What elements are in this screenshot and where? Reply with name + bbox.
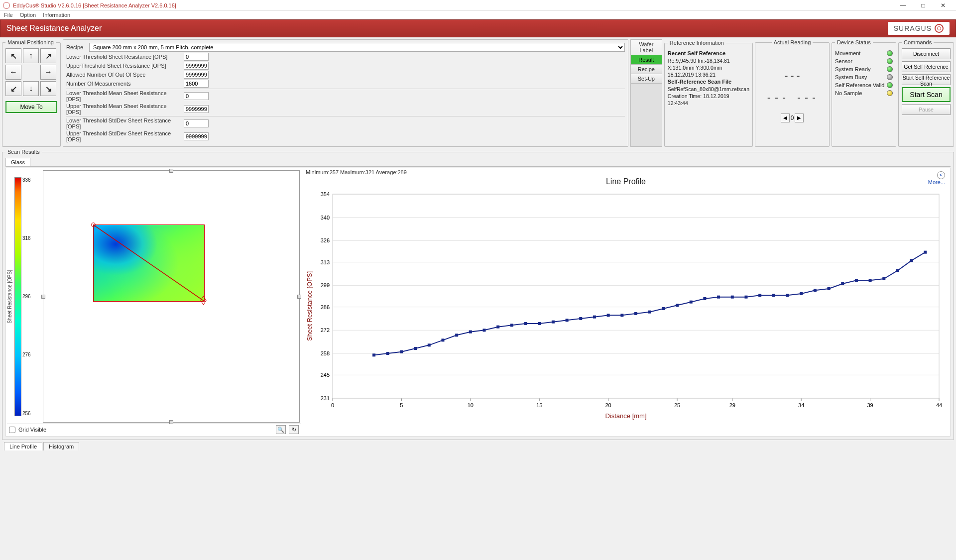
stats-line: Minimum:257 Maximum:321 Average:289 bbox=[306, 169, 949, 175]
chart-title: Line Profile bbox=[303, 177, 949, 186]
svg-text:313: 313 bbox=[321, 259, 330, 265]
recipe-row-value[interactable] bbox=[184, 53, 209, 61]
step-next-button[interactable]: ▶ bbox=[795, 113, 804, 122]
move-nw-button[interactable]: ↖ bbox=[5, 48, 21, 63]
recipe-row-value[interactable] bbox=[184, 71, 209, 79]
status-led-icon bbox=[887, 50, 893, 56]
refresh-icon[interactable]: ↻ bbox=[289, 425, 299, 434]
move-e-button[interactable]: → bbox=[40, 65, 56, 80]
profile-line[interactable] bbox=[94, 225, 204, 301]
menu-file[interactable]: File bbox=[4, 12, 13, 18]
status-led-icon bbox=[887, 58, 893, 64]
start-scan-button[interactable]: Start Scan bbox=[902, 87, 951, 102]
recipe-row-value[interactable] bbox=[184, 62, 209, 70]
menu-option[interactable]: Option bbox=[20, 12, 36, 18]
minimize-button[interactable]: — bbox=[893, 0, 913, 10]
recipe-row-value[interactable] bbox=[184, 105, 209, 113]
grid-visible-checkbox[interactable] bbox=[9, 427, 15, 433]
start-self-reference-scan-button[interactable]: Start Self Reference Scan bbox=[902, 74, 951, 85]
svg-rect-52 bbox=[510, 324, 513, 327]
profile-start-marker-icon[interactable] bbox=[91, 223, 96, 227]
ref-l3: 18.12.2019 13:36:21 bbox=[668, 72, 716, 78]
actual-legend: Actual Reading bbox=[772, 39, 813, 45]
svg-rect-68 bbox=[731, 296, 734, 299]
svg-rect-63 bbox=[662, 307, 665, 310]
move-w-button[interactable]: ← bbox=[5, 65, 21, 80]
menu-information[interactable]: Information bbox=[43, 12, 70, 18]
move-sw-button[interactable]: ↙ bbox=[5, 81, 21, 96]
step-prev-button[interactable]: ◀ bbox=[781, 113, 790, 122]
line-profile-chart[interactable]: 2312452582722862993133263403540510152025… bbox=[303, 189, 949, 423]
svg-rect-81 bbox=[910, 259, 913, 262]
recipe-row-value[interactable] bbox=[184, 92, 209, 100]
close-button[interactable]: ✕ bbox=[933, 0, 953, 10]
tab-glass[interactable]: Glass bbox=[5, 158, 30, 166]
svg-text:34: 34 bbox=[798, 402, 804, 408]
svg-rect-75 bbox=[828, 287, 831, 290]
wafer-tab-result[interactable]: Result bbox=[631, 55, 662, 65]
device-status-label: System Ready bbox=[835, 66, 871, 72]
svg-text:10: 10 bbox=[468, 402, 474, 408]
colorbar-tick: 316 bbox=[22, 235, 31, 241]
commands-group: Commands Disconnect Get Self Reference S… bbox=[898, 39, 954, 147]
svg-rect-72 bbox=[786, 294, 789, 297]
maximize-button[interactable]: □ bbox=[913, 0, 933, 10]
svg-rect-65 bbox=[690, 301, 693, 304]
get-self-reference-button[interactable]: Get Self Reference bbox=[902, 61, 951, 72]
svg-rect-64 bbox=[676, 304, 679, 307]
actual-reading-bottom: --- --- bbox=[766, 92, 818, 104]
svg-text:354: 354 bbox=[321, 191, 330, 197]
colorbar-tick: 296 bbox=[22, 294, 31, 299]
colorbar bbox=[14, 177, 21, 416]
device-status-label: Sensor bbox=[835, 58, 852, 64]
status-led-icon bbox=[887, 66, 893, 72]
heatmap-plot[interactable] bbox=[43, 170, 300, 423]
plot-handle-top[interactable] bbox=[169, 169, 173, 173]
tab-line-profile[interactable]: Line Profile bbox=[4, 442, 42, 450]
svg-rect-77 bbox=[855, 279, 858, 282]
more-link[interactable]: < More... bbox=[928, 171, 945, 185]
wafer-tab-setup[interactable]: Set-Up bbox=[631, 74, 662, 84]
move-n-button[interactable]: ↑ bbox=[23, 48, 39, 63]
tab-histogram[interactable]: Histogram bbox=[43, 442, 79, 450]
svg-rect-82 bbox=[924, 251, 927, 254]
svg-rect-78 bbox=[869, 279, 872, 282]
recipe-row-label: Upper Threshold StdDev Sheet Resistance … bbox=[66, 130, 181, 142]
svg-text:29: 29 bbox=[729, 402, 735, 408]
scan-results-legend: Scan Results bbox=[5, 149, 42, 155]
move-to-button[interactable]: Move To bbox=[5, 101, 57, 113]
recipe-row-label: Lower Threshold StdDev Sheet Resistance … bbox=[66, 117, 181, 129]
plot-handle-right[interactable] bbox=[297, 295, 301, 299]
plot-handle-left[interactable] bbox=[41, 295, 45, 299]
svg-rect-50 bbox=[483, 329, 486, 332]
svg-rect-80 bbox=[896, 269, 899, 272]
svg-text:44: 44 bbox=[936, 402, 942, 408]
wafer-label-header: Wafer Label bbox=[631, 40, 662, 55]
svg-rect-42 bbox=[372, 353, 375, 356]
colorbar-axis-label: Sheet Resistance [OPS] bbox=[7, 270, 12, 324]
manual-positioning-legend: Manual Positioning bbox=[5, 39, 56, 45]
svg-rect-60 bbox=[620, 314, 623, 317]
recipe-row-value[interactable] bbox=[184, 80, 209, 88]
move-ne-button[interactable]: ↗ bbox=[40, 48, 56, 63]
status-led-icon bbox=[887, 74, 893, 80]
zoom-icon[interactable]: 🔍 bbox=[276, 425, 286, 434]
svg-rect-45 bbox=[414, 347, 417, 350]
recipe-select[interactable]: Square 200 mm x 200 mm, 5 mm Pitch, comp… bbox=[89, 43, 625, 52]
recipe-row-label: Number Of Measurements bbox=[66, 81, 181, 87]
move-se-button[interactable]: ↘ bbox=[40, 81, 56, 96]
disconnect-button[interactable]: Disconnect bbox=[902, 48, 951, 59]
recipe-row-value[interactable] bbox=[184, 132, 209, 140]
wafer-tab-recipe[interactable]: Recipe bbox=[631, 65, 662, 74]
device-status-label: Self Reference Valid bbox=[835, 82, 884, 88]
device-status-group: Device Status MovementSensorSystem Ready… bbox=[832, 39, 896, 147]
recipe-row-value[interactable] bbox=[184, 119, 209, 127]
svg-rect-43 bbox=[386, 352, 389, 355]
svg-rect-62 bbox=[648, 311, 651, 314]
move-s-button[interactable]: ↓ bbox=[23, 81, 39, 96]
ref-l2: X:131.0mm Y:300.0mm bbox=[668, 65, 722, 71]
pause-button[interactable]: Pause bbox=[902, 104, 951, 115]
plot-handle-bottom[interactable] bbox=[169, 420, 173, 424]
svg-rect-66 bbox=[703, 297, 706, 300]
wafer-tabs: Wafer Label Result Recipe Set-Up bbox=[630, 39, 662, 147]
